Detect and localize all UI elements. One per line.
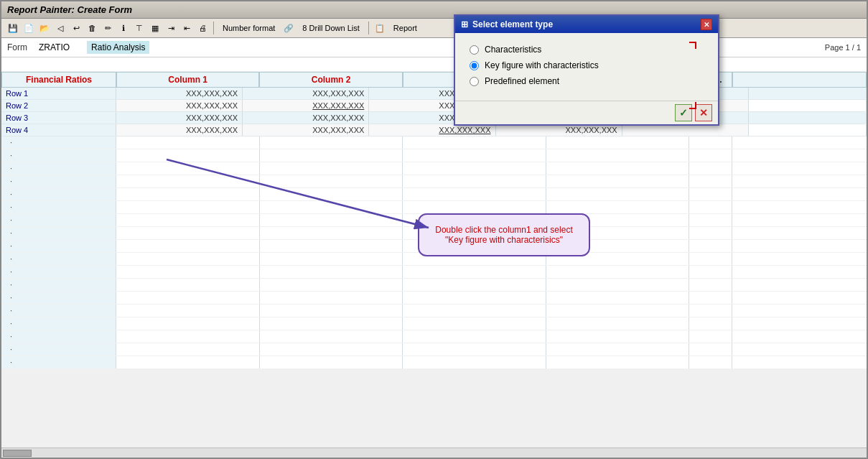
grid-header-row: Financial Ratios Column 1 Column 2 Colum… (1, 72, 867, 88)
table-row[interactable]: Row 2 XXX,XXX,XXX XXX,XXX,XXX XXX,XXX,XX… (1, 100, 867, 112)
dialog-icon: ⊞ (461, 19, 468, 29)
dot-row: · (1, 188, 867, 201)
row-label-1: Row 1 (1, 88, 116, 99)
cell-2-1[interactable]: XXX,XXX,XXX (116, 100, 243, 111)
toolbar: 💾 📄 📂 ◁ ↩ 🗑 ✏ ℹ ⊤ ▦ ⇥ (1, 19, 867, 38)
export-icon[interactable]: ⇥ (164, 21, 178, 35)
drill-down-btn[interactable]: 8 Drill Down List (297, 22, 364, 34)
cell-2-2[interactable]: XXX,XXX,XXX (243, 100, 369, 111)
info-icon[interactable]: ℹ (116, 21, 131, 35)
radio-option-characteristics[interactable]: Characteristics (470, 45, 704, 55)
radio-key-figure-label: Key figure with characteristics (485, 60, 599, 70)
corner-marker-bottom (689, 102, 696, 109)
dialog-content: Characteristics Key figure with characte… (455, 33, 718, 101)
dot-row: · (1, 305, 867, 317)
radio-option-key-figure[interactable]: Key figure with characteristics (470, 60, 704, 70)
radio-characteristics[interactable] (470, 45, 479, 55)
col-header-col2[interactable]: Column 2 (259, 72, 402, 88)
report-icon[interactable]: 📋 (373, 21, 387, 35)
radio-option-predefined[interactable]: Predefined element (470, 76, 704, 86)
form-description: Ratio Analysis (87, 41, 149, 54)
dot-row: · (1, 162, 867, 175)
main-window: Report Painter: Create Form 💾 📄 📂 ◁ ↩ 🗑 … (0, 0, 868, 459)
cell-4-2[interactable]: XXX,XXX,XXX (243, 124, 369, 136)
horizontal-scrollbar[interactable] (1, 448, 867, 458)
filter-icon[interactable]: ⊤ (132, 21, 146, 35)
main-title: Report Painter: Create Form (7, 4, 132, 15)
callout-bubble: Double click the column1 and select "Key… (418, 213, 590, 256)
cell-1-2[interactable]: XXX,XXX,XXX (243, 88, 369, 99)
row-label-3: Row 3 (1, 112, 116, 124)
dot-row: · (1, 343, 867, 356)
dialog-footer: ✓ ✕ (455, 101, 718, 124)
form-id: ZRATIO (39, 42, 70, 52)
row-label-2: Row 2 (1, 100, 116, 111)
select-element-dialog[interactable]: ⊞ Select element type ✕ Characteristics (454, 14, 719, 126)
dot-row: · (1, 279, 867, 292)
cell-4-3[interactable]: XXX,XXX,XXX (369, 124, 495, 136)
dot-row: · (1, 356, 867, 369)
undo-icon[interactable]: ↩ (69, 21, 83, 35)
form-label: Form (7, 42, 27, 52)
col-header-col1[interactable]: Column 1 (116, 72, 259, 88)
title-bar: Report Painter: Create Form (1, 1, 867, 19)
print-icon[interactable]: 🖨 (195, 21, 210, 35)
form-area: Form ZRATIO Ratio Analysis Page 1 / 1 Fi… (1, 38, 867, 369)
col-header-financial-ratios: Financial Ratios (1, 72, 116, 88)
number-format-btn[interactable]: Number format (218, 22, 280, 34)
cell-4-1[interactable]: XXX,XXX,XXX (116, 124, 243, 136)
dialog-title: Select element type (472, 19, 553, 29)
page-info: Page 1 / 1 (825, 43, 861, 52)
import-icon[interactable]: ⇤ (179, 21, 194, 35)
cell-3-1[interactable]: XXX,XXX,XXX (116, 112, 243, 124)
table-row[interactable]: Row 3 XXX,XXX,XXX XXX,XXX,XXX XXX,XXX,XX… (1, 112, 867, 124)
dialog-cancel-button[interactable]: ✕ (695, 104, 712, 121)
form-header: Form ZRATIO Ratio Analysis Page 1 / 1 (1, 38, 867, 57)
dot-row: · (1, 201, 867, 214)
report-btn[interactable]: Report (388, 22, 422, 34)
dot-row: · (1, 266, 867, 279)
edit-icon[interactable]: ✏ (101, 21, 115, 35)
new-icon[interactable]: 📄 (22, 21, 36, 35)
row-label-4: Row 4 (1, 124, 116, 136)
cell-4-4[interactable]: XXX,XXX,XXX (496, 124, 622, 136)
radio-characteristics-label: Characteristics (485, 45, 541, 55)
save-icon[interactable]: 💾 (6, 21, 20, 35)
cell-1-1[interactable]: XXX,XXX,XXX (116, 88, 243, 99)
radio-predefined[interactable] (470, 77, 479, 86)
dialog-title-left: ⊞ Select element type (461, 19, 553, 29)
callout-text: Double click the column1 and select "Key… (435, 225, 572, 245)
corner-marker-top (689, 42, 696, 49)
delete-icon[interactable]: 🗑 (85, 21, 99, 35)
dot-row: · (1, 292, 867, 305)
cell-4-dots (622, 124, 749, 136)
sep2 (368, 22, 369, 34)
table-row[interactable]: Row 1 XXX,XXX,XXX XXX,XXX,XXX XXX,XXX,XX… (1, 88, 867, 100)
dot-row: · (1, 317, 867, 330)
scrollbar-thumb[interactable] (3, 450, 32, 457)
dot-row: · (1, 136, 867, 149)
back-icon[interactable]: ◁ (53, 21, 67, 35)
sep1 (213, 22, 214, 34)
dot-row: · (1, 175, 867, 188)
dialog-title-bar: ⊞ Select element type ✕ (455, 16, 718, 33)
table-icon[interactable]: ▦ (148, 21, 162, 35)
dot-row: · (1, 149, 867, 162)
radio-key-figure[interactable] (470, 61, 479, 70)
drill-down-icon[interactable]: 🔗 (281, 21, 296, 35)
open-icon[interactable]: 📂 (37, 21, 52, 35)
cell-3-2[interactable]: XXX,XXX,XXX (243, 112, 369, 124)
table-row[interactable]: Row 4 XXX,XXX,XXX XXX,XXX,XXX XXX,XXX,XX… (1, 124, 867, 136)
dialog-close-button[interactable]: ✕ (701, 19, 712, 30)
dot-row: · (1, 330, 867, 343)
radio-predefined-label: Predefined element (485, 76, 559, 86)
